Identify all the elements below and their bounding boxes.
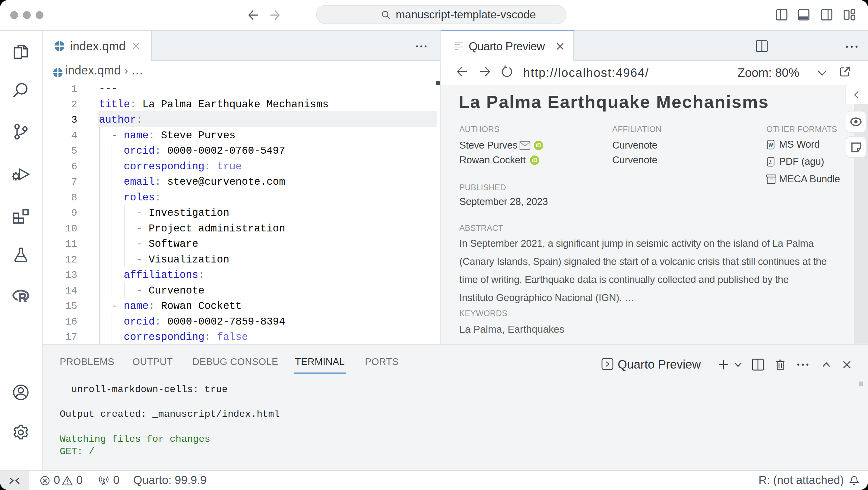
svg-text:W: W — [769, 142, 773, 148]
